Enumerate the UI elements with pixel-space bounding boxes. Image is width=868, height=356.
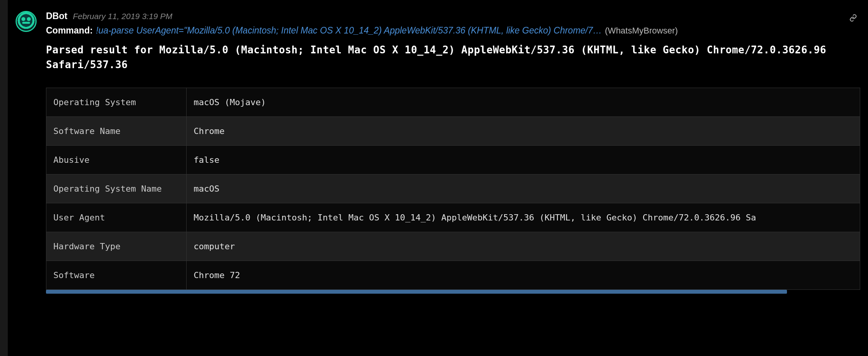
table-value: Chrome 72 [187,261,860,290]
table-value: false [187,146,860,174]
command-text[interactable]: !ua-parse UserAgent="Mozilla/5.0 (Macint… [96,25,602,36]
bot-avatar [16,11,37,32]
table-key: Abusive [46,146,187,174]
horizontal-scrollbar[interactable] [46,290,860,294]
result-table-wrap: Operating System macOS (Mojave) Software… [46,88,860,294]
table-key: Operating System [46,88,187,117]
table-row: Abusive false [46,146,860,174]
table-row: Software Chrome 72 [46,261,860,290]
link-icon[interactable] [849,14,857,24]
table-key: Operating System Name [46,174,187,203]
message-timestamp: February 11, 2019 3:19 PM [73,12,173,21]
command-line: Command: !ua-parse UserAgent="Mozilla/5.… [46,25,860,36]
parsed-result-title: Parsed result for Mozilla/5.0 (Macintosh… [46,43,860,72]
table-row: Software Name Chrome [46,117,860,146]
table-key: Software Name [46,117,187,146]
left-sidebar [0,0,8,356]
table-row: User Agent Mozilla/5.0 (Macintosh; Intel… [46,203,860,232]
table-value: Mozilla/5.0 (Macintosh; Intel Mac OS X 1… [187,203,860,232]
table-value: Chrome [187,117,860,146]
command-source: (WhatsMyBrowser) [605,26,678,36]
command-label: Command: [46,25,93,36]
main-content: DBot February 11, 2019 3:19 PM Command: … [8,0,868,356]
table-key: Hardware Type [46,232,187,261]
table-row: Hardware Type computer [46,232,860,261]
table-value: macOS (Mojave) [187,88,860,117]
table-row: Operating System macOS (Mojave) [46,88,860,117]
table-key: Software [46,261,187,290]
table-value: macOS [187,174,860,203]
horizontal-scrollbar-thumb[interactable] [46,290,787,294]
table-row: Operating System Name macOS [46,174,860,203]
table-value: computer [187,232,860,261]
table-key: User Agent [46,203,187,232]
result-table: Operating System macOS (Mojave) Software… [46,88,860,290]
bot-name: DBot [46,11,67,21]
